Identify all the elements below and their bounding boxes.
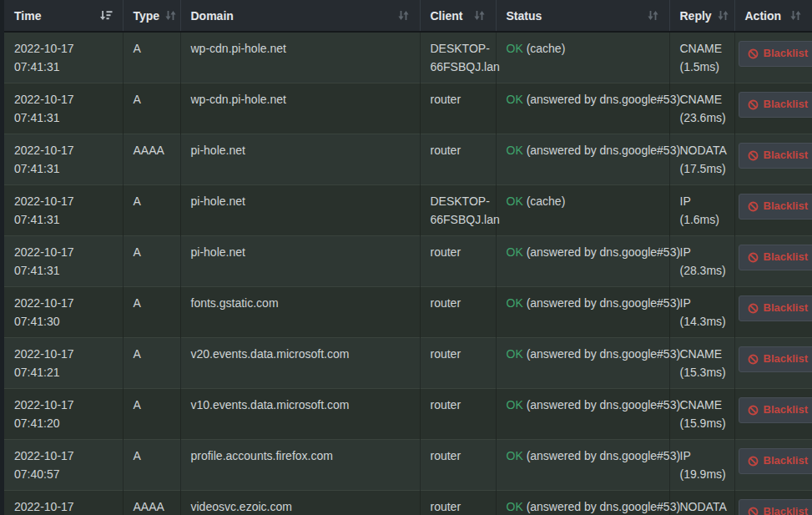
reply-cell: IP (1.6ms) xyxy=(669,185,734,236)
action-cell: Blacklist xyxy=(734,389,812,440)
column-header-status[interactable]: Status xyxy=(496,0,669,32)
table-row: 2022-10-17 07:41:31 A pi-hole.net router… xyxy=(4,236,812,287)
client-cell: router xyxy=(420,491,496,515)
blacklist-button-label: Blacklist xyxy=(764,352,808,366)
ban-icon xyxy=(748,150,759,161)
blacklist-button[interactable]: Blacklist xyxy=(739,448,812,474)
blacklist-button-label: Blacklist xyxy=(764,98,808,112)
status-cell: OK (answered by dns.google#53) xyxy=(496,236,669,287)
blacklist-button[interactable]: Blacklist xyxy=(739,499,812,515)
status-ok-text: OK xyxy=(507,144,523,157)
domain-cell: pi-hole.net xyxy=(180,134,420,185)
domain-cell: wp-cdn.pi-hole.net xyxy=(180,83,420,134)
blacklist-button[interactable]: Blacklist xyxy=(739,245,812,270)
type-cell: A xyxy=(123,389,180,440)
sort-updown-icon xyxy=(717,10,729,21)
domain-cell: v10.events.data.microsoft.com xyxy=(180,389,420,440)
table-header: Time xyxy=(4,0,812,32)
blacklist-button[interactable]: Blacklist xyxy=(739,92,812,118)
time-cell: 2022-10-17 07:40:56 xyxy=(4,491,123,515)
status-cell: OK (answered by dns.google#53) xyxy=(496,83,669,134)
status-cell: OK (answered by dns.google#53) xyxy=(496,287,669,338)
client-cell: router xyxy=(420,338,496,389)
time-cell: 2022-10-17 07:41:31 xyxy=(4,134,123,185)
blacklist-button[interactable]: Blacklist xyxy=(739,143,812,169)
blacklist-button-label: Blacklist xyxy=(764,199,808,214)
ban-icon xyxy=(748,99,759,110)
status-ok-text: OK xyxy=(507,449,523,462)
status-ok-text: OK xyxy=(507,398,523,411)
domain-cell: videosvc.ezoic.com xyxy=(180,491,420,515)
domain-cell: v20.events.data.microsoft.com xyxy=(180,338,420,389)
column-header-time[interactable]: Time xyxy=(4,0,123,32)
blacklist-button[interactable]: Blacklist xyxy=(739,41,812,67)
domain-cell: wp-cdn.pi-hole.net xyxy=(180,32,420,83)
client-cell: router xyxy=(420,134,496,185)
status-cell: OK (cache) xyxy=(496,185,669,236)
sort-updown-icon xyxy=(789,10,802,21)
status-ok-text: OK xyxy=(507,194,523,208)
blacklist-button-label: Blacklist xyxy=(764,454,808,468)
status-detail-text: (answered by dns.google#53) xyxy=(527,398,680,411)
status-detail-text: (cache) xyxy=(527,42,566,55)
status-cell: OK (answered by dns.google#53) xyxy=(496,491,669,515)
type-cell: AAAA xyxy=(123,491,180,515)
domain-cell: pi-hole.net xyxy=(180,236,420,287)
status-cell: OK (answered by dns.google#53) xyxy=(496,440,669,491)
table-row: 2022-10-17 07:41:30 A fonts.gstatic.com … xyxy=(4,287,812,338)
action-cell: Blacklist xyxy=(734,236,812,287)
column-header-client[interactable]: Client xyxy=(420,0,496,32)
status-ok-text: OK xyxy=(507,93,523,106)
ban-icon xyxy=(748,354,759,365)
client-cell: router xyxy=(420,440,496,491)
column-header-action[interactable]: Action xyxy=(734,0,812,32)
time-cell: 2022-10-17 07:41:31 xyxy=(4,83,123,134)
time-cell: 2022-10-17 07:41:21 xyxy=(4,338,123,389)
client-cell: router xyxy=(420,389,496,440)
status-cell: OK (answered by dns.google#53) xyxy=(496,338,669,389)
blacklist-button[interactable]: Blacklist xyxy=(739,346,812,372)
ban-icon xyxy=(748,303,759,314)
column-label-time: Time xyxy=(14,9,41,23)
blacklist-button-label: Blacklist xyxy=(764,250,808,265)
status-cell: OK (answered by dns.google#53) xyxy=(496,389,669,440)
table-row: 2022-10-17 07:41:31 A pi-hole.net DESKTO… xyxy=(4,185,812,236)
type-cell: AAAA xyxy=(123,134,180,185)
time-cell: 2022-10-17 07:40:57 xyxy=(4,440,123,491)
blacklist-button[interactable]: Blacklist xyxy=(739,194,812,220)
client-cell: router xyxy=(420,287,496,338)
blacklist-button[interactable]: Blacklist xyxy=(739,295,812,321)
ban-icon xyxy=(748,201,759,212)
action-cell: Blacklist xyxy=(734,491,812,515)
ban-icon xyxy=(748,48,759,59)
type-cell: A xyxy=(123,338,180,389)
action-cell: Blacklist xyxy=(734,185,812,236)
status-ok-text: OK xyxy=(507,296,523,310)
column-header-type[interactable]: Type xyxy=(123,0,180,32)
column-label-type: Type xyxy=(134,9,160,23)
domain-cell: pi-hole.net xyxy=(180,185,420,236)
time-cell: 2022-10-17 07:41:20 xyxy=(4,389,123,440)
blacklist-button-label: Blacklist xyxy=(764,505,808,515)
client-cell: router xyxy=(420,83,496,134)
time-cell: 2022-10-17 07:41:31 xyxy=(4,32,123,83)
status-ok-text: OK xyxy=(507,500,523,513)
column-label-status: Status xyxy=(507,9,542,23)
type-cell: A xyxy=(123,32,180,83)
type-cell: A xyxy=(123,440,180,491)
blacklist-button[interactable]: Blacklist xyxy=(739,397,812,423)
query-log-table: Time xyxy=(4,0,812,515)
type-cell: A xyxy=(123,236,180,287)
column-header-reply[interactable]: Reply xyxy=(669,0,734,32)
table-row: 2022-10-17 07:40:57 A profile.accounts.f… xyxy=(4,440,812,491)
status-detail-text: (answered by dns.google#53) xyxy=(527,93,680,106)
domain-cell: fonts.gstatic.com xyxy=(180,287,420,338)
status-detail-text: (answered by dns.google#53) xyxy=(527,347,680,361)
action-cell: Blacklist xyxy=(734,134,812,185)
action-cell: Blacklist xyxy=(734,83,812,134)
ban-icon xyxy=(748,405,759,416)
column-header-domain[interactable]: Domain xyxy=(180,0,420,32)
type-cell: A xyxy=(123,185,180,236)
action-cell: Blacklist xyxy=(734,287,812,338)
table-row: 2022-10-17 07:41:31 A wp-cdn.pi-hole.net… xyxy=(4,32,812,83)
